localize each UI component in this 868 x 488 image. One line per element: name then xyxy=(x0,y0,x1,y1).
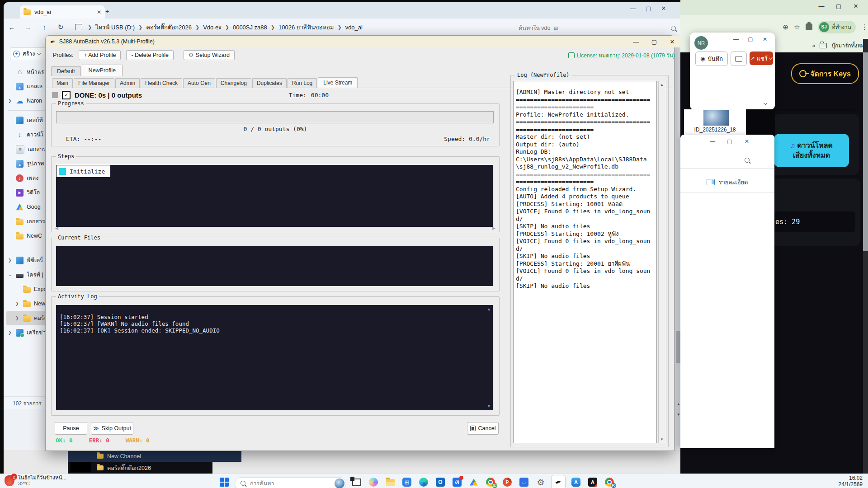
breadcrumb-item[interactable]: ไดรฟ์ USB (D:) xyxy=(95,23,135,32)
store-button[interactable]: ⊞ xyxy=(401,477,413,488)
scroll-up-icon[interactable]: ▲ xyxy=(677,402,680,406)
taskbar-search-input[interactable] xyxy=(249,480,331,487)
sidebar-item-network[interactable]: ❯เครือข่า xyxy=(6,325,50,340)
scroll-up-icon[interactable]: ▲ xyxy=(487,307,491,311)
sidebar-item-folder[interactable]: NewC xyxy=(6,229,50,243)
minimize-icon[interactable]: — xyxy=(627,38,645,45)
scrollbar-thumb[interactable] xyxy=(863,52,868,251)
sidebar-item-folder[interactable]: Expo xyxy=(6,282,50,296)
step-item-initialize[interactable]: Initialize xyxy=(57,165,110,177)
bookmarks-all-label[interactable]: บุ๊กมาร์กทั้งหมด xyxy=(831,41,868,50)
dark-a-app-button[interactable]: A xyxy=(586,477,599,488)
tab-default[interactable]: Default xyxy=(51,66,81,76)
tab-auto-gen[interactable]: Auto Gen xyxy=(183,78,215,88)
expand-chevron-icon[interactable] xyxy=(764,101,767,105)
google-drive-button[interactable] xyxy=(467,477,480,488)
sidebar-item-documents[interactable]: เอกสาร xyxy=(6,142,50,156)
refresh-icon[interactable]: ↻ xyxy=(52,23,69,31)
scroll-right-icon[interactable]: ▶ xyxy=(492,226,495,230)
system-tray-clock[interactable]: 16:02 24/1/2569 xyxy=(839,475,863,488)
scroll-down-icon[interactable]: ▼ xyxy=(487,404,491,408)
maximize-icon[interactable]: ▢ xyxy=(743,36,758,42)
zoom-icon[interactable]: ⊕ xyxy=(783,23,789,31)
sidebar-item-desktop[interactable]: เดสก์ที xyxy=(6,113,50,127)
breadcrumb-item[interactable]: 0000SJ za88 xyxy=(233,24,267,31)
start-button[interactable] xyxy=(218,477,231,488)
sidebar-item-gallery[interactable]: แกลเล xyxy=(6,79,50,94)
maximize-icon[interactable]: ▢ xyxy=(721,138,738,145)
skip-output-button[interactable]: ≫Skip Output xyxy=(91,422,133,435)
autobatch-app-button[interactable]: ✒ xyxy=(551,475,566,488)
settings-button[interactable]: ⚙ xyxy=(534,477,547,488)
tab-file-manager[interactable]: File Manager xyxy=(74,78,114,88)
new-tab-icon[interactable]: + xyxy=(105,8,109,15)
forward-icon[interactable]: → xyxy=(20,23,36,31)
close-icon[interactable]: ✕ xyxy=(656,5,671,12)
sidebar-item-downloads[interactable]: ดาวน์โ xyxy=(6,127,50,142)
pause-button[interactable]: Pause xyxy=(55,422,87,435)
scroll-left-icon[interactable]: ◀ xyxy=(55,226,58,230)
sidebar-item-google-drive[interactable]: Goog xyxy=(6,200,50,214)
tab-run-log[interactable]: Run Log xyxy=(288,78,317,88)
log-text-area[interactable]: [ADMIN] Master directory not set =======… xyxy=(513,81,657,443)
done-checkbox[interactable]: ✓ xyxy=(62,91,71,99)
activity-log-panel[interactable]: [16:02:37] Session started [16:02:37] [W… xyxy=(56,305,493,410)
download-all-sounds-button[interactable]: ♫ดาวน์โหลด เสียงทั้งหมด xyxy=(774,134,849,167)
sidebar-item-this-pc[interactable]: ❯พีซีเครื่ xyxy=(6,253,50,267)
tab-main[interactable]: Main xyxy=(52,78,73,88)
maximize-icon[interactable]: ▢ xyxy=(830,3,847,9)
bookmark-star-icon[interactable]: ☆ xyxy=(794,23,800,31)
browser-profile-chip[interactable]: SJ ที่ทำงาน xyxy=(818,21,856,33)
breadcrumb-item[interactable]: Vdo ex xyxy=(203,24,221,31)
back-icon[interactable]: ← xyxy=(4,23,20,31)
video-thumbnail[interactable] xyxy=(703,110,729,126)
chrome-profile1-button[interactable]: SJ xyxy=(484,477,497,488)
chrome-profile2-button[interactable]: PJ xyxy=(603,477,616,488)
add-profile-button[interactable]: + Add Profile xyxy=(79,50,121,60)
manage-keys-button[interactable]: จัดการ Keys xyxy=(791,63,859,84)
search-icon[interactable] xyxy=(745,157,750,164)
breadcrumb-item[interactable]: คอร์สติ๊กต๊อก2026 xyxy=(146,23,192,32)
tab-health-check[interactable]: Health Check xyxy=(141,78,182,88)
sidebar-item-folder[interactable]: ❯New xyxy=(6,296,50,311)
sidebar-item-home[interactable]: หน้าแร xyxy=(6,65,50,79)
sidebar-item-usb-drive[interactable]: ⌄ไดรฟ์ | xyxy=(6,267,50,282)
tab-admin[interactable]: Admin xyxy=(115,78,140,88)
up-icon[interactable]: ↑ xyxy=(36,23,52,31)
sidebar-item-videos[interactable]: วิดีโอ xyxy=(6,185,50,200)
delete-profile-button[interactable]: - Delete Profile xyxy=(126,50,174,60)
cancel-button[interactable]: Cancel xyxy=(467,422,499,435)
copilot-button[interactable] xyxy=(367,477,380,488)
task-view-button[interactable] xyxy=(350,477,363,488)
ia-app-button[interactable]: /A xyxy=(451,477,463,488)
file-row[interactable]: New Channel xyxy=(68,450,241,462)
close-icon[interactable]: ✕ xyxy=(758,36,772,42)
tab-changelog[interactable]: Changelog xyxy=(216,78,251,88)
sidebar-item-folder-selected[interactable]: ❯คอร์ส xyxy=(6,311,50,325)
explorer-tab-vdo-ai[interactable]: vdo_ai ✕ xyxy=(20,5,105,19)
taskbar-search-box[interactable] xyxy=(235,477,346,488)
comment-button[interactable] xyxy=(731,52,747,66)
sidebar-item-onedrive[interactable]: ❯Naron xyxy=(6,94,50,108)
scroll-up-icon[interactable]: ▲ xyxy=(660,83,664,87)
minimize-icon[interactable]: — xyxy=(813,3,830,9)
bookmarks-overflow-icon[interactable]: » xyxy=(812,42,815,49)
scroll-down-icon[interactable]: ▼ xyxy=(677,413,680,417)
maximize-icon[interactable]: ▢ xyxy=(645,38,663,45)
minimize-icon[interactable]: — xyxy=(729,36,743,42)
appstore-button[interactable]: A xyxy=(570,477,582,488)
sidebar-item-pictures[interactable]: รูปภาพ xyxy=(6,156,50,171)
maximize-icon[interactable]: ▢ xyxy=(641,5,656,12)
sidebar-item-music[interactable]: เพลง xyxy=(6,171,50,185)
close-icon[interactable]: ✕ xyxy=(847,3,864,9)
tab-live-stream[interactable]: Live Stream xyxy=(318,77,358,88)
weather-widget[interactable]: 2 ในอีกไม่กี่วันข้างหน้... 32°C xyxy=(5,475,66,487)
tab-duplicates[interactable]: Duplicates xyxy=(252,78,287,88)
log-scrollbar[interactable]: ▲ ▼ xyxy=(658,81,666,443)
close-icon[interactable]: ✕ xyxy=(663,38,681,45)
save-button[interactable]: ◉ บันทึก xyxy=(695,52,728,66)
setup-wizard-button[interactable]: ⚙Setup Wizard xyxy=(184,50,235,60)
explorer-search-input[interactable] xyxy=(518,22,673,34)
powerpoint-button[interactable]: P xyxy=(501,477,514,488)
minimize-icon[interactable]: — xyxy=(625,5,641,12)
